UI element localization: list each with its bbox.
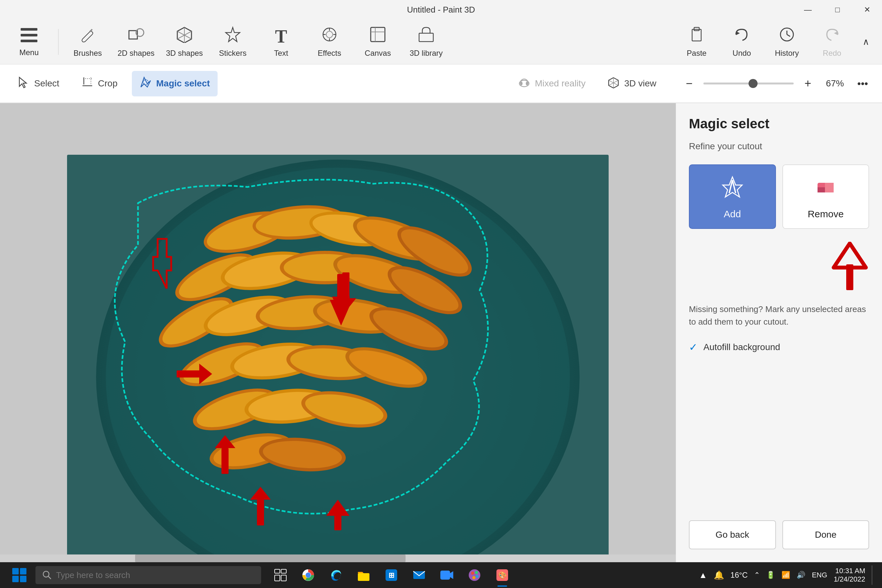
svg-marker-109 [834,243,866,268]
svg-rect-1 [21,34,38,36]
3d-view-icon [608,76,620,91]
3d-view-button[interactable]: 3D view [600,71,664,96]
toolbar-history[interactable]: History [766,22,808,61]
search-input[interactable] [56,570,255,580]
panel-title: Magic select [689,116,869,132]
svg-point-34 [520,81,522,86]
go-back-button[interactable]: Go back [689,520,776,549]
panel-subtitle: Refine your cutout [689,141,869,152]
autofill-checkmark: ✓ [689,341,698,353]
taskbar-zoom[interactable] [434,562,460,588]
svg-point-126 [471,572,474,575]
svg-point-125 [469,569,480,581]
taskbar-system-tray: ▲ 🔔 16°C ⌃ 🔋 📶 🔊 ENG 10:31 AM 1/24/2022 [699,566,876,585]
taskbar-explorer[interactable] [351,562,376,588]
more-options-button[interactable]: ••• [853,74,872,93]
clock[interactable]: 10:31 AM 1/24/2022 [834,567,865,584]
show-desktop-button[interactable] [872,566,876,585]
close-button[interactable]: ✕ [852,0,882,20]
toolbar-effects[interactable]: Effects [307,22,352,61]
taskbar-mail[interactable] [406,562,432,588]
done-button[interactable]: Done [782,520,869,549]
toolbar-3d-library[interactable]: 3D library [404,22,449,61]
toolbar-text[interactable]: T Text [258,22,304,61]
mail-icon [411,567,428,584]
svg-rect-2 [21,40,38,42]
taskview-icon [272,567,289,584]
canvas-icon [369,26,386,47]
svg-rect-113 [281,569,286,573]
taskbar-search[interactable] [36,566,261,584]
scrollbar-thumb [135,555,405,562]
3d-shapes-label: 3D shapes [166,49,203,58]
toolbar-3d-shapes[interactable]: 3D shapes [162,22,207,61]
taskbar-paint3d[interactable]: 🎨 [489,562,515,588]
right-panel: Magic select Refine your cutout Add [676,103,882,562]
menu-icon [21,27,38,46]
toolbar-2d-shapes[interactable]: 2D shapes [114,22,159,61]
subtoolbar-select[interactable]: Select [10,71,67,96]
toolbar-redo[interactable]: Redo [811,22,853,61]
language-indicator[interactable]: ENG [812,571,827,579]
battery-icon[interactable]: 🔋 [766,571,775,579]
taskbar-palette[interactable] [462,562,488,588]
toolbar-menu[interactable]: Menu [6,22,52,61]
svg-rect-17 [371,27,385,42]
network-icon[interactable]: ▲ [699,570,707,580]
svg-point-118 [306,573,310,577]
start-button[interactable] [6,562,32,588]
titlebar: Untitled - Paint 3D — □ ✕ [0,0,882,20]
search-icon [42,570,52,580]
add-button[interactable]: Add [689,164,776,229]
mixed-reality-icon [518,76,530,91]
panel-description: Missing something? Mark any unselected a… [689,303,869,328]
add-label: Add [724,208,741,219]
toolbar-undo[interactable]: Undo [721,22,763,61]
mixed-reality-button[interactable]: Mixed reality [510,71,593,96]
temperature-display[interactable]: 16°C [730,571,748,580]
app-title: Untitled - Paint 3D [407,5,475,15]
minimize-button[interactable]: — [793,0,823,20]
3d-library-icon [418,26,435,47]
windows-logo-icon [12,568,26,582]
zoom-in-button[interactable]: + [799,75,817,93]
canvas-area[interactable] [0,103,676,562]
toolbar-stickers[interactable]: Stickers [210,22,255,61]
toolbar-canvas[interactable]: Canvas [355,22,400,61]
svg-rect-0 [21,28,38,31]
toolbar-brushes[interactable]: Brushes [65,22,110,61]
subtoolbar-crop[interactable]: Crop [74,71,125,96]
3d-shapes-icon [176,26,193,47]
zoom-slider[interactable] [704,82,794,84]
notifications-icon[interactable]: 🔔 [714,570,724,580]
canvas-scrollbar[interactable] [0,555,676,562]
maximize-button[interactable]: □ [823,0,852,20]
bottom-arrow [325,500,351,533]
select-icon [17,76,30,91]
taskbar-taskview[interactable] [268,562,293,588]
paste-label: Paste [687,49,706,58]
taskbar-chrome[interactable] [295,562,321,588]
taskbar-edge[interactable] [323,562,349,588]
svg-point-128 [476,575,479,578]
remove-button[interactable]: Remove [782,164,869,229]
svg-rect-112 [274,569,280,573]
up-arrow-icon[interactable]: ⌃ [754,571,760,579]
toolbar-paste[interactable]: Paste [676,22,718,61]
taskbar-apps: ⊞ 🎨 [268,562,515,588]
autofill-label: Autofill background [704,342,780,352]
svg-point-110 [43,571,49,577]
crop-icon [81,76,93,91]
autofill-row[interactable]: ✓ Autofill background [689,341,869,353]
chrome-icon [300,567,316,584]
wifi-icon[interactable]: 📶 [782,571,790,579]
history-label: History [775,49,799,58]
zoom-out-button[interactable]: − [680,75,698,93]
2d-shapes-icon [128,26,144,47]
expand-toolbar-button[interactable]: ∧ [856,32,876,52]
subtoolbar-magic-select[interactable]: Magic select [132,71,218,96]
volume-icon[interactable]: 🔊 [796,571,805,579]
svg-text:🎨: 🎨 [498,571,507,580]
3d-library-label: 3D library [410,49,443,58]
taskbar-store[interactable]: ⊞ [378,562,404,588]
